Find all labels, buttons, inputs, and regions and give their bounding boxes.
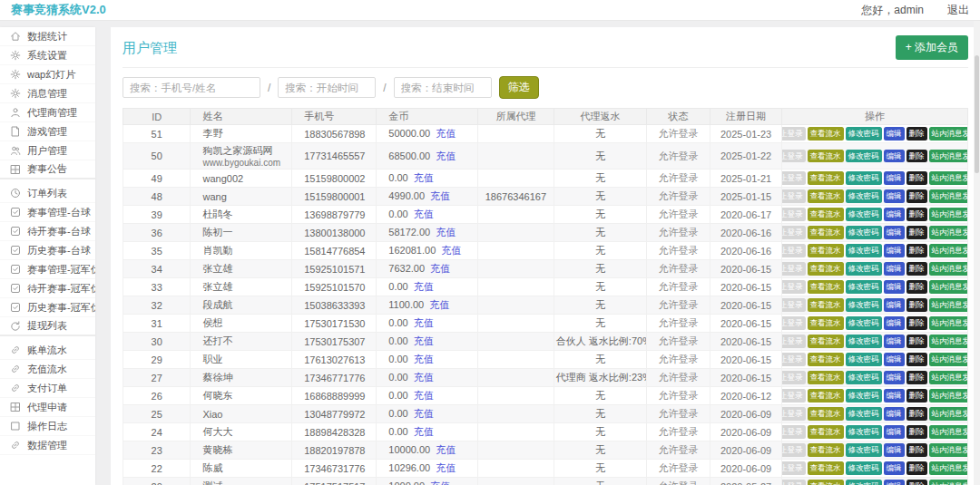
ban-login-button[interactable]: 禁止登录 (782, 480, 806, 485)
site-message-button[interactable]: 站内消息发送 (929, 316, 968, 329)
delete-button[interactable]: 删除 (906, 127, 927, 140)
ban-login-button[interactable]: 禁止登录 (782, 461, 806, 474)
edit-button[interactable]: 编辑 (884, 407, 905, 420)
site-message-button[interactable]: 站内消息发送 (929, 298, 968, 311)
ban-login-button[interactable]: 禁止登录 (782, 316, 806, 329)
edit-button[interactable]: 编辑 (884, 298, 905, 311)
change-password-button[interactable]: 修改密码 (846, 244, 882, 257)
search-start-time-input[interactable] (278, 77, 376, 98)
delete-button[interactable]: 删除 (906, 371, 927, 383)
page-scrollbar[interactable] (974, 21, 980, 485)
view-flow-button[interactable]: 查看流水 (808, 280, 844, 293)
edit-button[interactable]: 编辑 (884, 443, 905, 456)
site-message-button[interactable]: 站内消息发送 (929, 280, 968, 293)
sidebar-item[interactable]: 消息管理 (0, 84, 95, 103)
view-flow-button[interactable]: 查看流水 (808, 171, 844, 184)
delete-button[interactable]: 删除 (906, 316, 927, 329)
sidebar-item[interactable]: 赛事管理-台球 (0, 203, 95, 222)
view-flow-button[interactable]: 查看流水 (808, 208, 844, 220)
ban-login-button[interactable]: 禁止登录 (782, 262, 806, 275)
site-message-button[interactable]: 站内消息发送 (929, 244, 968, 257)
change-password-button[interactable]: 修改密码 (846, 150, 882, 162)
site-message-button[interactable]: 站内消息发送 (929, 443, 968, 456)
ban-login-button[interactable]: 禁止登录 (782, 443, 806, 456)
sidebar-item[interactable]: 待开赛事-冠军优胜猜 (0, 279, 95, 298)
edit-button[interactable]: 编辑 (884, 127, 905, 140)
ban-login-button[interactable]: 禁止登录 (782, 298, 806, 311)
site-message-button[interactable]: 站内消息发送 (929, 262, 968, 275)
change-password-button[interactable]: 修改密码 (846, 389, 882, 402)
edit-button[interactable]: 编辑 (884, 480, 905, 485)
view-flow-button[interactable]: 查看流水 (808, 226, 844, 238)
change-password-button[interactable]: 修改密码 (846, 461, 882, 474)
edit-button[interactable]: 编辑 (884, 371, 905, 383)
change-password-button[interactable]: 修改密码 (846, 189, 882, 202)
recharge-link[interactable]: 充值 (414, 335, 434, 346)
ban-login-button[interactable]: 禁止登录 (782, 171, 806, 184)
change-password-button[interactable]: 修改密码 (846, 226, 882, 238)
change-password-button[interactable]: 修改密码 (846, 262, 882, 275)
change-password-button[interactable]: 修改密码 (846, 371, 882, 383)
ban-login-button[interactable]: 禁止登录 (782, 425, 806, 438)
sidebar-item[interactable]: wap幻灯片 (0, 65, 95, 84)
sidebar-item[interactable]: 充值流水 (0, 360, 95, 379)
sidebar-item[interactable]: 用户管理 (0, 141, 95, 160)
ban-login-button[interactable]: 禁止登录 (782, 389, 806, 402)
recharge-link[interactable]: 充值 (436, 128, 456, 139)
recharge-link[interactable]: 充值 (436, 227, 456, 238)
view-flow-button[interactable]: 查看流水 (808, 407, 844, 420)
sidebar-item[interactable]: 订单列表 (0, 184, 95, 203)
edit-button[interactable]: 编辑 (884, 189, 905, 202)
recharge-link[interactable]: 充值 (414, 354, 434, 364)
search-end-time-input[interactable] (394, 77, 492, 98)
ban-login-button[interactable]: 禁止登录 (782, 335, 806, 347)
view-flow-button[interactable]: 查看流水 (808, 353, 844, 365)
recharge-link[interactable]: 充值 (414, 408, 434, 419)
sidebar-item[interactable]: 系统设置 (0, 46, 95, 65)
edit-button[interactable]: 编辑 (884, 280, 905, 293)
edit-button[interactable]: 编辑 (884, 226, 905, 238)
ban-login-button[interactable]: 禁止登录 (782, 407, 806, 420)
view-flow-button[interactable]: 查看流水 (808, 127, 844, 140)
site-message-button[interactable]: 站内消息发送 (929, 226, 968, 238)
sidebar-item[interactable]: 数据统计 (0, 27, 95, 46)
change-password-button[interactable]: 修改密码 (846, 316, 882, 329)
recharge-link[interactable]: 充值 (414, 372, 434, 383)
change-password-button[interactable]: 修改密码 (846, 480, 882, 485)
recharge-link[interactable]: 充值 (414, 281, 434, 292)
edit-button[interactable]: 编辑 (884, 244, 905, 257)
view-flow-button[interactable]: 查看流水 (808, 244, 844, 257)
site-message-button[interactable]: 站内消息发送 (929, 150, 968, 162)
change-password-button[interactable]: 修改密码 (846, 208, 882, 220)
ban-login-button[interactable]: 禁止登录 (782, 127, 806, 140)
delete-button[interactable]: 删除 (906, 280, 927, 293)
delete-button[interactable]: 删除 (906, 353, 927, 365)
view-flow-button[interactable]: 查看流水 (808, 443, 844, 456)
recharge-link[interactable]: 充值 (430, 190, 450, 201)
sidebar-item[interactable]: 账单流水 (0, 341, 95, 360)
site-message-button[interactable]: 站内消息发送 (929, 335, 968, 347)
recharge-link[interactable]: 充值 (436, 462, 456, 473)
edit-button[interactable]: 编辑 (884, 389, 905, 402)
change-password-button[interactable]: 修改密码 (846, 171, 882, 184)
delete-button[interactable]: 删除 (906, 389, 927, 402)
delete-button[interactable]: 删除 (906, 189, 927, 202)
edit-button[interactable]: 编辑 (884, 335, 905, 347)
recharge-link[interactable]: 充值 (430, 263, 450, 274)
change-password-button[interactable]: 修改密码 (846, 280, 882, 293)
recharge-link[interactable]: 充值 (436, 444, 456, 455)
ban-login-button[interactable]: 禁止登录 (782, 150, 806, 162)
change-password-button[interactable]: 修改密码 (846, 298, 882, 311)
recharge-link[interactable]: 充值 (441, 245, 461, 256)
ban-login-button[interactable]: 禁止登录 (782, 189, 806, 202)
edit-button[interactable]: 编辑 (884, 262, 905, 275)
site-message-button[interactable]: 站内消息发送 (929, 425, 968, 438)
view-flow-button[interactable]: 查看流水 (808, 316, 844, 329)
scrollbar-thumb[interactable] (975, 55, 979, 173)
view-flow-button[interactable]: 查看流水 (808, 150, 844, 162)
sidebar-item[interactable]: 操作日志 (0, 417, 95, 436)
delete-button[interactable]: 删除 (906, 335, 927, 347)
site-message-button[interactable]: 站内消息发送 (929, 189, 968, 202)
recharge-link[interactable]: 充值 (414, 172, 434, 183)
delete-button[interactable]: 删除 (906, 480, 927, 485)
